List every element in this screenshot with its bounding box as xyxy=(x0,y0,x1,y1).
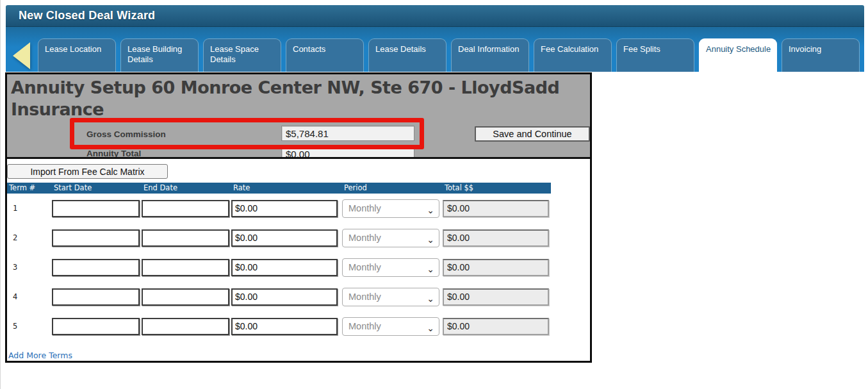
total-field xyxy=(443,229,549,247)
rate-input[interactable] xyxy=(231,259,338,276)
start-date-input[interactable] xyxy=(52,200,140,217)
tab-lease-location[interactable]: Lease Location xyxy=(38,38,116,72)
column-header-start: Start Date xyxy=(52,183,142,194)
period-select[interactable]: Monthly xyxy=(342,199,439,218)
gross-commission-field[interactable] xyxy=(281,126,414,141)
save-and-continue-button[interactable]: Save and Continue xyxy=(475,126,590,142)
table-row: 5 Monthly⌄ xyxy=(7,311,558,341)
total-field xyxy=(443,288,549,306)
column-header-end: End Date xyxy=(142,183,231,194)
period-select[interactable]: Monthly xyxy=(342,317,439,336)
table-row: 3 Monthly⌄ xyxy=(7,252,558,282)
add-more-terms-link[interactable]: Add More Terms xyxy=(8,351,72,360)
annuity-setup-header: Annuity Setup 60 Monroe Center NW, Ste 6… xyxy=(7,74,590,159)
wizard-tab-strip: Lease Location Lease Building Details Le… xyxy=(6,27,864,72)
end-date-input[interactable] xyxy=(142,288,229,306)
table-row: 4 Monthly⌄ xyxy=(7,282,558,311)
end-date-input[interactable] xyxy=(142,259,229,276)
start-date-input[interactable] xyxy=(52,318,140,335)
column-header-total: Total $$ xyxy=(443,183,551,194)
tab-lease-building-details[interactable]: Lease Building Details xyxy=(120,38,199,72)
start-date-input[interactable] xyxy=(52,288,140,306)
rate-input[interactable] xyxy=(231,229,338,247)
wizard-window: New Closed Deal Wizard Lease Location Le… xyxy=(6,5,864,72)
rate-input[interactable] xyxy=(231,200,338,217)
import-from-fee-calc-matrix-button[interactable]: Import From Fee Calc Matrix xyxy=(7,164,168,179)
total-field xyxy=(443,318,549,335)
window-title-bar: New Closed Deal Wizard xyxy=(6,5,864,27)
column-header-rate: Rate xyxy=(231,183,342,194)
schedule-table-header: Term # Start Date End Date Rate Period T… xyxy=(7,183,551,194)
start-date-input[interactable] xyxy=(52,259,140,276)
period-select[interactable]: Monthly xyxy=(342,229,439,247)
tab-lease-details[interactable]: Lease Details xyxy=(368,38,446,72)
back-button[interactable] xyxy=(8,41,34,70)
total-field xyxy=(443,200,549,217)
term-number: 5 xyxy=(7,322,52,331)
tab-fee-splits[interactable]: Fee Splits xyxy=(616,38,694,72)
table-row: 1 Monthly⌄ xyxy=(7,194,558,223)
tab-annuity-schedule[interactable]: Annuity Schedule xyxy=(699,38,777,72)
back-arrow-icon xyxy=(13,42,30,69)
term-number: 2 xyxy=(7,233,52,242)
tab-contacts[interactable]: Contacts xyxy=(286,38,364,72)
page-title: Annuity Setup 60 Monroe Center NW, Ste 6… xyxy=(7,74,577,120)
end-date-input[interactable] xyxy=(142,229,229,247)
start-date-input[interactable] xyxy=(52,229,140,247)
end-date-input[interactable] xyxy=(142,318,229,335)
tab-deal-information[interactable]: Deal Information xyxy=(451,38,529,72)
column-header-term: Term # xyxy=(7,183,52,194)
schedule-table-body: 1 Monthly⌄ 2 Monthly⌄ 3 Monthly⌄ 4 xyxy=(7,194,558,341)
tab-row: Lease Location Lease Building Details Le… xyxy=(38,38,864,72)
column-header-period: Period xyxy=(342,183,443,194)
tab-lease-space-details[interactable]: Lease Space Details xyxy=(203,38,281,72)
period-select[interactable]: Monthly xyxy=(342,288,439,306)
term-number: 1 xyxy=(7,204,52,213)
end-date-input[interactable] xyxy=(142,200,229,217)
total-field xyxy=(443,259,549,276)
tab-fee-calculation[interactable]: Fee Calculation xyxy=(534,38,612,72)
annuity-schedule-panel: Annuity Setup 60 Monroe Center NW, Ste 6… xyxy=(5,72,592,363)
annuity-total-label: Annuity Total xyxy=(86,149,141,158)
table-row: 2 Monthly⌄ xyxy=(7,223,558,252)
rate-input[interactable] xyxy=(231,318,338,335)
window-title: New Closed Deal Wizard xyxy=(19,9,155,22)
term-number: 4 xyxy=(7,292,52,301)
rate-input[interactable] xyxy=(231,288,338,306)
annuity-total-field[interactable] xyxy=(281,146,414,159)
gross-commission-label: Gross Commission xyxy=(86,129,166,139)
tab-invoicing[interactable]: Invoicing xyxy=(782,38,860,72)
term-number: 3 xyxy=(7,263,52,272)
period-select[interactable]: Monthly xyxy=(342,258,439,277)
